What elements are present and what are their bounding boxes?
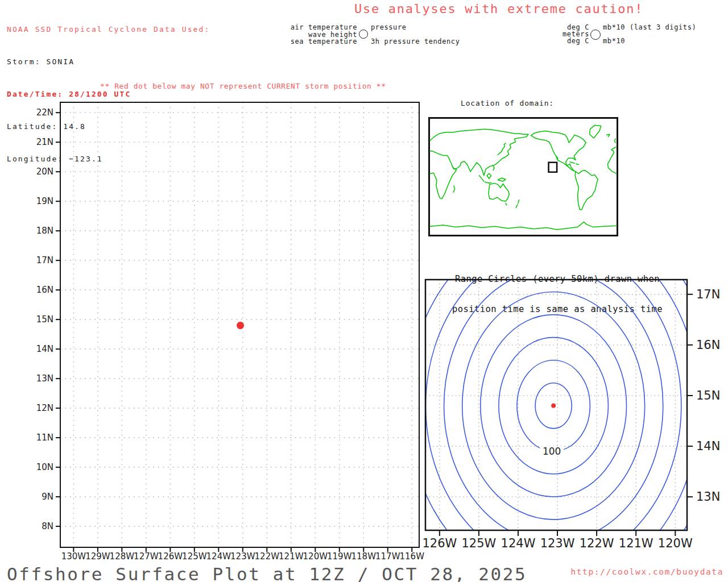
storm-position-dot xyxy=(237,322,244,329)
x-tick-label: 126W xyxy=(422,537,457,550)
x-tick-label: 129W xyxy=(85,551,110,562)
x-tick-label: 127W xyxy=(134,551,159,562)
world-coastlines xyxy=(430,125,617,230)
plot-border xyxy=(425,280,687,530)
x-tick-label: 119W xyxy=(327,551,352,562)
y-tick-label: 22N xyxy=(36,107,53,118)
storm-position-plot: 130W129W128W127W126W125W124W123W122W121W… xyxy=(34,97,427,568)
world-map-title: Location of domain: xyxy=(461,99,554,107)
world-map-frame xyxy=(428,117,618,236)
x-tick-label: 123W xyxy=(230,551,255,562)
storm-name: Storm: SONIA xyxy=(7,56,210,67)
y-tick-label: 8N xyxy=(42,521,53,531)
legend-pressure-tendency: 3h pressure tendency xyxy=(371,38,460,45)
page-title: Offshore Surface Plot at 12Z / OCT 28, 2… xyxy=(7,564,527,582)
site-url: http://coolwx.com/buoydata xyxy=(570,567,723,576)
y-tick-label: 11N xyxy=(36,433,53,443)
y-tick-label: 15N xyxy=(696,389,720,402)
y-tick-label: 21N xyxy=(36,137,53,147)
station-circle-icon xyxy=(359,30,368,39)
x-tick-label: 123W xyxy=(540,537,575,550)
legend-unit-tendency: mb*10 xyxy=(603,37,625,45)
y-tick-label: 17N xyxy=(36,255,53,265)
legend-air-temperature: air temperature xyxy=(291,23,357,31)
x-tick-label: 128W xyxy=(110,551,135,562)
y-tick-label: 14N xyxy=(36,344,53,354)
x-tick-label: 126W xyxy=(158,551,183,562)
x-tick-label: 125W xyxy=(182,551,207,562)
y-tick-label: 10N xyxy=(36,462,53,472)
y-tick-label: 18N xyxy=(36,226,53,236)
storm-position-dot xyxy=(551,404,556,408)
x-tick-label: 124W xyxy=(206,551,231,562)
range-circles-plot: 100126W125W124W123W122W121W120W13N14N15N… xyxy=(418,273,728,560)
world-map xyxy=(430,119,617,235)
caution-headline: Use analyses with extreme caution! xyxy=(354,2,643,16)
x-tick-label: 117W xyxy=(375,551,400,562)
legend-unit-pressure: mb*10 (last 3 digits) xyxy=(603,23,696,31)
domain-marker xyxy=(549,163,557,172)
x-tick-label: 122W xyxy=(580,537,614,550)
x-tick-label: 125W xyxy=(462,537,497,550)
storm-position-warning: ** Red dot below may NOT represent CURRE… xyxy=(100,82,386,90)
x-tick-label: 130W xyxy=(61,551,86,562)
y-tick-label: 19N xyxy=(36,196,53,206)
y-tick-label: 13N xyxy=(36,373,53,384)
y-tick-label: 16N xyxy=(36,285,53,295)
legend-sea-temperature: sea temperature xyxy=(291,38,357,45)
ring-label: 100 xyxy=(543,446,561,457)
y-tick-label: 20N xyxy=(36,167,53,177)
y-tick-label: 12N xyxy=(36,403,53,413)
legend-pressure: pressure xyxy=(371,23,407,31)
legend-unit-sea: deg C xyxy=(567,37,589,45)
x-tick-label: 120W xyxy=(658,537,693,550)
range-circle-400km xyxy=(407,223,700,582)
y-tick-label: 17N xyxy=(696,288,720,301)
data-source-label: NOAA SSD Tropical Cyclone Data Used: xyxy=(7,24,210,35)
x-tick-label: 122W xyxy=(255,551,280,562)
y-tick-label: 14N xyxy=(696,439,720,453)
y-tick-label: 15N xyxy=(36,314,53,325)
station-circle-icon xyxy=(590,30,601,40)
y-tick-label: 16N xyxy=(696,338,720,352)
x-tick-label: 121W xyxy=(279,551,304,562)
x-tick-label: 118W xyxy=(351,551,377,562)
y-tick-label: 9N xyxy=(42,492,53,502)
x-tick-label: 124W xyxy=(501,537,536,550)
buoy-plot-page: { "header": { "source_label": "NOAA SSD … xyxy=(0,0,728,582)
x-tick-label: 121W xyxy=(619,537,653,550)
y-tick-label: 13N xyxy=(696,490,720,504)
x-tick-label: 120W xyxy=(303,551,328,562)
